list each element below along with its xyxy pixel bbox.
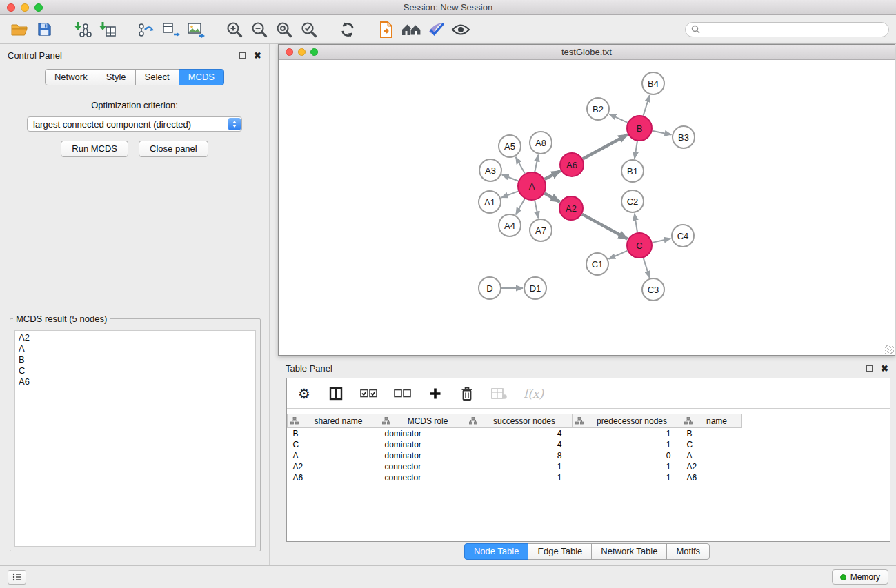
graph-edge-A-A8[interactable] <box>535 155 538 172</box>
optimization-dropdown[interactable]: largest connected component (directed) <box>27 116 242 132</box>
graph-node-A4[interactable]: A4 <box>499 214 521 236</box>
network-window-titlebar[interactable]: testGlobe.txt <box>279 45 895 60</box>
network-graph[interactable]: AA2A6BCA1A3A4A5A7A8B1B2B3B4C1C2C3C4DD1 <box>279 60 895 355</box>
mcds-result-item[interactable]: A2 <box>19 332 252 343</box>
mcds-result-item[interactable]: C <box>19 365 252 376</box>
graph-edge-B-B2[interactable] <box>609 114 627 123</box>
tab-edge-table[interactable]: Edge Table <box>528 543 592 560</box>
graph-node-C[interactable]: C <box>627 233 652 258</box>
graph-edge-A-A7[interactable] <box>535 201 538 219</box>
delete-table-button[interactable] <box>491 383 507 404</box>
graph-node-B4[interactable]: B4 <box>642 72 664 94</box>
export-image-button[interactable] <box>183 18 208 41</box>
import-network-button[interactable] <box>70 18 95 41</box>
graph-node-A2[interactable]: A2 <box>559 196 583 220</box>
show-hide-button[interactable] <box>448 18 473 41</box>
graph-node-A6[interactable]: A6 <box>560 153 584 176</box>
graph-edge-C-C1[interactable] <box>608 251 627 259</box>
session-search-box[interactable] <box>685 22 889 37</box>
table-row[interactable]: A6connector11A6 <box>288 472 890 483</box>
graph-node-A5[interactable]: A5 <box>499 135 521 157</box>
select-all-button[interactable] <box>360 383 377 404</box>
table-settings-button[interactable]: ⚙ <box>297 383 312 404</box>
graph-edge-A-A3[interactable] <box>502 174 519 181</box>
graph-edge-C-C2[interactable] <box>635 214 637 232</box>
graph-node-C4[interactable]: C4 <box>672 225 694 247</box>
zoom-in-button[interactable] <box>222 18 247 41</box>
graph-edge-B-B1[interactable] <box>635 141 637 159</box>
deselect-all-button[interactable] <box>394 383 411 404</box>
network-close-button[interactable] <box>286 48 293 56</box>
graph-edge-A-A6[interactable] <box>545 171 561 179</box>
graph-node-C3[interactable]: C3 <box>642 278 664 301</box>
zoom-window-button[interactable] <box>34 3 43 12</box>
mcds-result-item[interactable]: B <box>19 354 252 365</box>
search-input[interactable] <box>704 25 883 34</box>
graph-edge-A6-B[interactable] <box>583 135 628 159</box>
create-network-from-selection-button[interactable] <box>399 18 424 41</box>
graph-node-C2[interactable]: C2 <box>621 190 644 212</box>
table-row[interactable]: Adominator80A <box>288 450 890 461</box>
graph-node-B[interactable]: B <box>627 116 652 141</box>
zoom-fit-button[interactable] <box>272 18 297 41</box>
memory-button[interactable]: Memory <box>832 569 888 585</box>
minimize-window-button[interactable] <box>21 3 29 12</box>
float-table-panel-icon[interactable] <box>866 365 873 372</box>
graph-node-A[interactable]: A <box>518 172 546 200</box>
graph-edge-C-C3[interactable] <box>644 258 650 278</box>
close-table-panel-icon[interactable]: ✖ <box>881 364 888 373</box>
tab-network[interactable]: Network <box>45 69 97 85</box>
graph-edge-B-B3[interactable] <box>653 131 672 135</box>
mcds-result-list[interactable]: A2ABCA6 <box>14 330 256 547</box>
graph-edge-A-A2[interactable] <box>544 193 559 201</box>
graph-edge-A-A5[interactable] <box>516 157 525 174</box>
show-columns-button[interactable] <box>328 383 344 404</box>
zoom-selected-button[interactable] <box>297 18 321 41</box>
graph-node-D1[interactable]: D1 <box>524 277 546 299</box>
close-window-button[interactable] <box>7 3 15 12</box>
export-table-button[interactable] <box>159 18 183 41</box>
graph-edge-B-B4[interactable] <box>644 95 650 116</box>
select-filter-button[interactable] <box>424 18 448 41</box>
graph-node-B2[interactable]: B2 <box>587 98 609 120</box>
graph-node-A7[interactable]: A7 <box>530 219 552 241</box>
export-network-button[interactable] <box>134 18 159 41</box>
tab-node-table[interactable]: Node Table <box>464 543 529 560</box>
graph-node-A1[interactable]: A1 <box>479 191 501 213</box>
network-canvas[interactable]: AA2A6BCA1A3A4A5A7A8B1B2B3B4C1C2C3C4DD1 <box>279 60 895 355</box>
tab-motifs[interactable]: Motifs <box>666 543 710 560</box>
float-panel-icon[interactable] <box>239 52 246 59</box>
mcds-result-item[interactable]: A <box>19 343 252 354</box>
add-column-button[interactable] <box>428 383 443 404</box>
open-session-button[interactable] <box>7 18 32 41</box>
graph-node-B3[interactable]: B3 <box>673 126 695 148</box>
tab-mcds[interactable]: MCDS <box>179 69 224 85</box>
graph-node-C1[interactable]: C1 <box>586 253 608 275</box>
graph-node-B1[interactable]: B1 <box>621 160 644 182</box>
zoom-out-button[interactable] <box>247 18 272 41</box>
delete-column-button[interactable] <box>459 383 475 404</box>
graph-edge-A-A1[interactable] <box>501 191 519 197</box>
run-mcds-button[interactable]: Run MCDS <box>61 141 128 157</box>
save-session-button[interactable] <box>32 18 57 41</box>
network-minimize-button[interactable] <box>298 48 306 56</box>
task-history-button[interactable] <box>8 570 26 585</box>
column-header-predecessor-nodes[interactable]: predecessor nodes <box>573 414 681 428</box>
network-zoom-button[interactable] <box>310 48 318 56</box>
close-panel-icon[interactable]: ✖ <box>254 51 261 60</box>
refresh-layout-button[interactable] <box>335 18 360 41</box>
graph-edge-A-A4[interactable] <box>516 199 525 214</box>
table-row[interactable]: Bdominator41B <box>288 428 890 439</box>
graph-edge-A2-C[interactable] <box>582 214 628 239</box>
table-row[interactable]: A2connector11A2 <box>288 461 890 472</box>
graph-node-D[interactable]: D <box>479 277 501 299</box>
close-panel-button[interactable]: Close panel <box>139 141 208 157</box>
table-row[interactable]: Cdominator41C <box>288 439 890 450</box>
column-header-successor-nodes[interactable]: successor nodes <box>466 414 573 428</box>
tab-style[interactable]: Style <box>97 69 136 85</box>
column-header-shared-name[interactable]: shared name <box>288 414 379 428</box>
graph-node-A8[interactable]: A8 <box>530 132 552 154</box>
graph-edge-C-C4[interactable] <box>653 239 671 243</box>
tab-network-table[interactable]: Network Table <box>591 543 667 560</box>
graph-node-A3[interactable]: A3 <box>479 159 501 181</box>
